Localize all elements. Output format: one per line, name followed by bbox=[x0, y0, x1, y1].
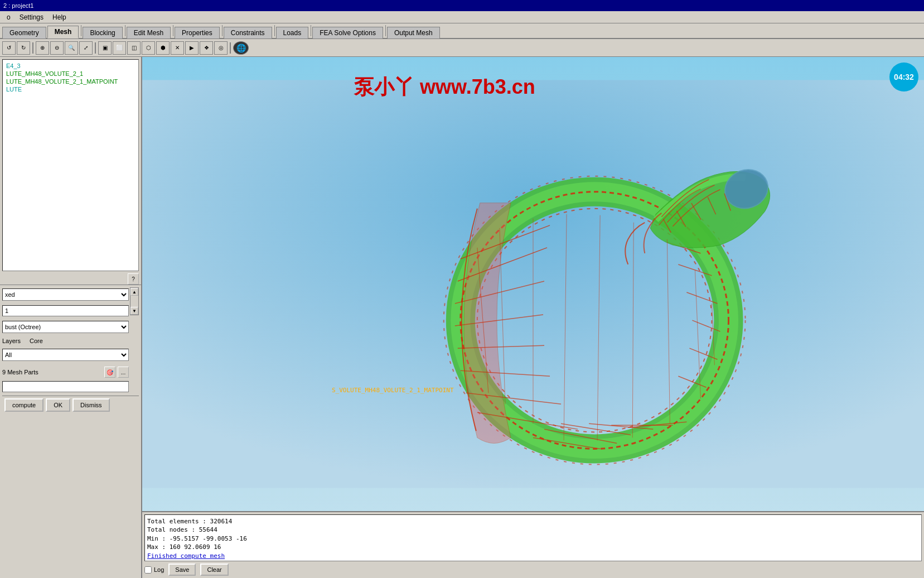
tab-bar: Geometry Mesh Blocking Edit Mesh Propert… bbox=[0, 23, 924, 39]
help-icon[interactable]: ? bbox=[128, 273, 139, 285]
output-line-1: Total elements : 320614 bbox=[147, 517, 919, 526]
mesh-parts-icon[interactable]: 🎯 bbox=[104, 367, 115, 378]
3d-viewport[interactable]: 04:32 泵小丫 www.7b3.cn S_VOLUTE_MH48_VOLUT… bbox=[142, 57, 924, 511]
compute-button[interactable]: compute bbox=[4, 398, 43, 412]
log-checkbox[interactable] bbox=[144, 566, 152, 574]
toolbar-btn-9[interactable]: ◫ bbox=[127, 41, 141, 55]
output-link-line: Finished compute mesh bbox=[147, 552, 919, 560]
timer-badge: 04:32 bbox=[889, 62, 918, 91]
scroll-down-arrow[interactable]: ▼ bbox=[130, 307, 138, 315]
menu-bar: o Settings Help bbox=[0, 11, 924, 23]
title-bar: 2 : project1 bbox=[0, 0, 924, 11]
input1-field[interactable] bbox=[2, 305, 129, 316]
tab-output-mesh[interactable]: Output Mesh bbox=[387, 27, 440, 38]
toolbar-btn-14[interactable]: ❖ bbox=[200, 41, 213, 55]
toolbar-btn-16[interactable]: 🌐 bbox=[233, 41, 249, 55]
tree-item-volute2[interactable]: LUTE_MH48_VOLUTE_2_1_MATPOINT bbox=[5, 78, 136, 85]
core-label: Core bbox=[30, 338, 43, 344]
select3-row: All Selected bbox=[2, 349, 129, 361]
select1-row: xed Fixed Smooth bbox=[2, 288, 129, 301]
tab-edit-mesh[interactable]: Edit Mesh bbox=[127, 27, 171, 38]
scroll-up-arrow[interactable]: ▲ bbox=[130, 288, 138, 296]
layers-label: Layers bbox=[2, 338, 21, 344]
dismiss-button[interactable]: Dismiss bbox=[72, 398, 110, 412]
main-layout: E4_3 LUTE_MH48_VOLUTE_2_1 LUTE_MH48_VOLU… bbox=[0, 57, 924, 578]
save-btn[interactable]: Save bbox=[168, 563, 196, 576]
select3[interactable]: All Selected bbox=[2, 349, 129, 361]
finished-compute-link[interactable]: Finished compute mesh bbox=[147, 552, 225, 560]
output-text-area[interactable]: Total elements : 320614 Total nodes : 55… bbox=[144, 514, 922, 561]
mesh-parts-more[interactable]: ... bbox=[118, 367, 129, 378]
tree-item-lute[interactable]: LUTE bbox=[5, 85, 136, 93]
log-checkbox-row[interactable]: Log bbox=[144, 566, 164, 574]
mesh-label: S_VOLUTE_MH48_VOLUTE_2_1_MATPOINT bbox=[332, 387, 454, 394]
parts-input-row bbox=[2, 381, 129, 392]
tree-item-e4[interactable]: E4_3 bbox=[5, 62, 136, 70]
toolbar-btn-12[interactable]: ✕ bbox=[171, 41, 184, 55]
output-line-3: Min : -95.5157 -99.0053 -16 bbox=[147, 534, 919, 543]
toolbar-btn-3[interactable]: ⊕ bbox=[36, 41, 49, 55]
toolbar-btn-15[interactable]: ◎ bbox=[214, 41, 228, 55]
menu-help[interactable]: Help bbox=[48, 12, 71, 22]
menu-settings[interactable]: Settings bbox=[15, 12, 48, 22]
mesh-svg bbox=[142, 57, 924, 511]
toolbar-btn-8[interactable]: ⬜ bbox=[113, 41, 126, 55]
left-controls: xed Fixed Smooth bust (Octree) Tetra bbox=[0, 285, 141, 416]
output-line-2: Total nodes : 55644 bbox=[147, 526, 919, 534]
tab-mesh[interactable]: Mesh bbox=[47, 26, 79, 38]
select1[interactable]: xed Fixed Smooth bbox=[2, 288, 129, 301]
tree-area[interactable]: E4_3 LUTE_MH48_VOLUTE_2_1 LUTE_MH48_VOLU… bbox=[2, 59, 139, 271]
toolbar-btn-7[interactable]: ▣ bbox=[98, 41, 112, 55]
toolbar-btn-11[interactable]: ⬢ bbox=[156, 41, 170, 55]
toolbar-btn-4[interactable]: ⊖ bbox=[50, 41, 64, 55]
toolbar-btn-10[interactable]: ⬡ bbox=[142, 41, 155, 55]
tab-loads[interactable]: Loads bbox=[276, 27, 309, 38]
mesh-parts-label: 9 Mesh Parts bbox=[2, 369, 102, 375]
parts-input[interactable] bbox=[2, 381, 129, 392]
clear-btn[interactable]: Clear bbox=[200, 563, 228, 576]
tab-blocking[interactable]: Blocking bbox=[83, 27, 122, 38]
viewport: 04:32 泵小丫 www.7b3.cn S_VOLUTE_MH48_VOLUT… bbox=[142, 57, 924, 578]
tree-item-volute1[interactable]: LUTE_MH48_VOLUTE_2_1 bbox=[5, 70, 136, 78]
mesh-parts-row: 9 Mesh Parts 🎯 ... bbox=[2, 367, 129, 378]
output-controls: Log Save Clear bbox=[142, 561, 924, 578]
left-scrollbar[interactable]: ▲ ▼ bbox=[130, 287, 139, 315]
select2-row: bust (Octree) Tetra Hexa bbox=[2, 321, 129, 333]
left-panel: E4_3 LUTE_MH48_VOLUTE_2_1 LUTE_MH48_VOLU… bbox=[0, 57, 142, 578]
toolbar-btn-1[interactable]: ↺ bbox=[2, 41, 16, 55]
help-icon-area: ? bbox=[0, 273, 141, 285]
toolbar: ↺ ↻ ⊕ ⊖ 🔍 ⤢ ▣ ⬜ ◫ ⬡ ⬢ ✕ ▶ ❖ ◎ 🌐 bbox=[0, 39, 924, 57]
menu-file[interactable]: o bbox=[2, 12, 15, 22]
toolbar-btn-6[interactable]: ⤢ bbox=[79, 41, 93, 55]
toolbar-btn-5[interactable]: 🔍 bbox=[65, 41, 78, 55]
tab-properties[interactable]: Properties bbox=[175, 27, 220, 38]
output-line-4: Max : 160 92.0609 16 bbox=[147, 543, 919, 551]
log-label: Log bbox=[154, 566, 164, 573]
tab-constraints[interactable]: Constraints bbox=[224, 27, 272, 38]
ok-button[interactable]: OK bbox=[46, 398, 70, 412]
toolbar-btn-13[interactable]: ▶ bbox=[185, 41, 199, 55]
action-buttons: compute OK Dismiss bbox=[2, 396, 139, 414]
tab-fea[interactable]: FEA Solve Options bbox=[312, 27, 383, 38]
tab-geometry[interactable]: Geometry bbox=[2, 27, 46, 38]
input1-row bbox=[2, 305, 129, 316]
toolbar-btn-2[interactable]: ↻ bbox=[17, 41, 30, 55]
output-panel: Total elements : 320614 Total nodes : 55… bbox=[142, 511, 924, 578]
select2[interactable]: bust (Octree) Tetra Hexa bbox=[2, 321, 129, 333]
title-text: 2 : project1 bbox=[3, 2, 33, 9]
